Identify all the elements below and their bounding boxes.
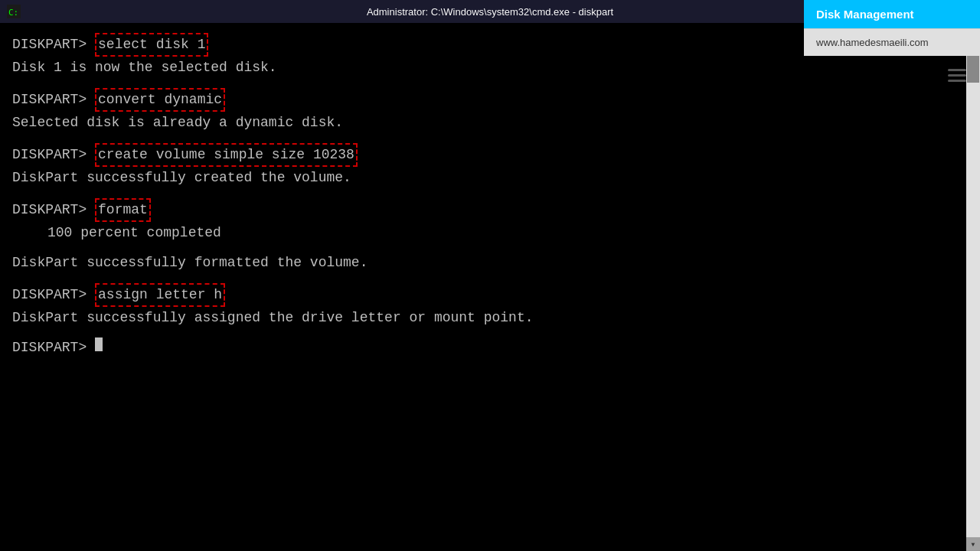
cmd-icon: C:	[6, 4, 21, 19]
website-button[interactable]: www.hamedesmaeili.com	[804, 28, 980, 56]
command-text: create volume simple size 10238	[95, 143, 358, 167]
terminal-line-9: DISKPART> format	[12, 197, 954, 223]
terminal-line-8	[12, 188, 954, 197]
terminal-line-11	[12, 243, 954, 253]
terminal-line-5	[12, 133, 954, 142]
menu-bar-1	[948, 69, 966, 71]
menu-icon[interactable]	[948, 69, 966, 82]
terminal-area[interactable]: DISKPART> select disk 1Disk 1 is now the…	[0, 23, 966, 551]
terminal-line-14: DISKPART> assign letter h	[12, 282, 954, 308]
disk-management-button[interactable]: Disk Management	[804, 0, 980, 28]
prompt-text: DISKPART>	[12, 90, 95, 110]
command-text: format	[95, 198, 151, 222]
sidebar-overlay: Disk Management www.hamedesmaeili.com	[804, 0, 980, 56]
terminal-line-2	[12, 78, 954, 87]
terminal-line-4: Selected disk is already a dynamic disk.	[12, 112, 954, 133]
prompt-text: DISKPART>	[12, 145, 95, 165]
menu-bar-2	[948, 74, 966, 77]
terminal-line-15: DiskPart successfully assigned the drive…	[12, 308, 954, 328]
scroll-down-button[interactable]: ▼	[966, 537, 980, 551]
terminal-line-3: DISKPART> convert dynamic	[12, 87, 954, 112]
prompt-text: DISKPART>	[12, 200, 95, 220]
command-text: assign letter h	[95, 283, 225, 307]
command-text: select disk 1	[95, 33, 208, 57]
svg-text:C:: C:	[8, 8, 18, 18]
terminal-line-17: DISKPART>	[12, 337, 954, 358]
prompt-text: DISKPART>	[12, 34, 95, 55]
terminal-line-13	[12, 273, 954, 282]
menu-bar-3	[948, 80, 966, 82]
terminal-line-7: DiskPart successfully created the volume…	[12, 168, 954, 188]
terminal-line-6: DISKPART> create volume simple size 1023…	[12, 142, 954, 168]
scroll-track[interactable]	[966, 37, 980, 551]
cursor	[95, 337, 103, 351]
command-text: convert dynamic	[95, 88, 225, 112]
scrollbar[interactable]: ▲ ▼	[966, 23, 980, 551]
terminal-line-12: DiskPart successfully formatted the volu…	[12, 253, 954, 273]
terminal-line-10: 100 percent completed	[12, 223, 954, 243]
terminal-line-16	[12, 328, 954, 337]
prompt-text: DISKPART>	[12, 285, 95, 305]
title-bar-text: Administrator: C:\Windows\system32\cmd.e…	[367, 6, 613, 18]
prompt-cursor-text: DISKPART>	[12, 337, 95, 358]
terminal-line-1: Disk 1 is now the selected disk.	[12, 57, 954, 78]
